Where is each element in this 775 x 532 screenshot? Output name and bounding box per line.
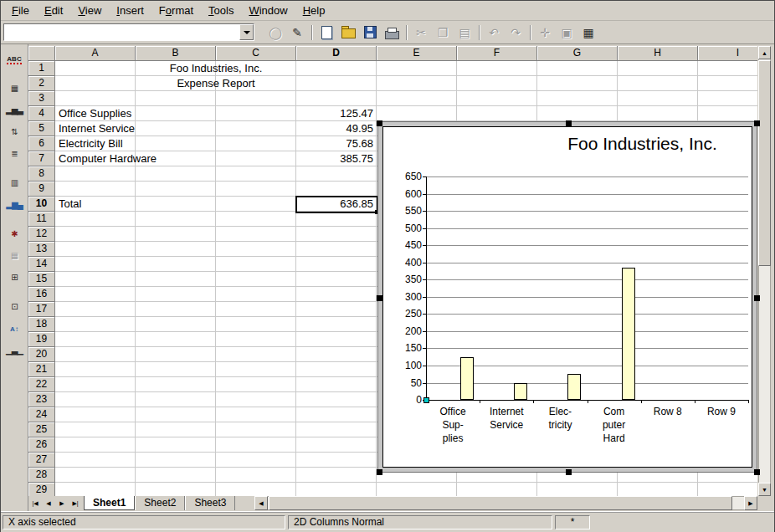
cell-D4[interactable]: 125.47 — [296, 106, 377, 121]
cell-A5[interactable]: Internet Service — [55, 121, 138, 136]
menu-view[interactable]: View — [70, 2, 109, 20]
chart-selection-handle[interactable] — [754, 469, 760, 475]
row-header-29[interactable]: 29 — [28, 483, 55, 496]
row-header-4[interactable]: 4 — [28, 106, 55, 121]
column-header-B[interactable]: B — [136, 46, 216, 61]
bar-2[interactable] — [514, 383, 527, 401]
row-header-8[interactable]: 8 — [28, 166, 55, 182]
horizontal-scroll-thumb[interactable] — [269, 496, 732, 510]
open-document-icon[interactable] — [338, 23, 358, 43]
sort-icon[interactable]: A↕ — [3, 319, 25, 339]
sheet-tab-sheet1[interactable]: Sheet1 — [84, 496, 135, 510]
chart-selection-handle[interactable] — [566, 120, 572, 126]
edit-file-icon[interactable]: ✎ — [287, 23, 307, 43]
row-header-21[interactable]: 21 — [28, 362, 55, 377]
chart-selection-handle[interactable] — [377, 469, 382, 475]
bar-1[interactable] — [460, 357, 474, 401]
form-controls-icon[interactable]: ▦ — [3, 246, 25, 266]
sheet-tab-sheet3[interactable]: Sheet3 — [185, 496, 235, 510]
cell-A10[interactable]: Total — [55, 197, 85, 212]
insert-lines-icon[interactable]: ≣ — [3, 144, 25, 164]
next-sheet-button[interactable]: ▶ — [55, 496, 69, 510]
menu-format[interactable]: Format — [151, 2, 201, 20]
insert-cells-icon[interactable]: ⊞ — [3, 268, 25, 288]
column-header-A[interactable]: A — [55, 46, 136, 61]
cut-icon[interactable]: ✂ — [411, 23, 431, 43]
scroll-up-button[interactable]: ▲ — [758, 46, 771, 59]
new-document-icon[interactable] — [316, 23, 336, 43]
cell-A6[interactable]: Electricity Bill — [55, 136, 126, 151]
chart-data-icon[interactable]: ▁▃▁ — [3, 340, 25, 361]
row-header-26[interactable]: 26 — [28, 437, 55, 453]
row-header-10[interactable]: 10 — [28, 197, 55, 212]
cell-A7[interactable]: Computer Hardware — [55, 151, 160, 166]
last-sheet-button[interactable]: ▶| — [69, 496, 82, 510]
sheet-tab-sheet2[interactable]: Sheet2 — [135, 496, 185, 510]
column-header-I[interactable]: I — [698, 46, 757, 61]
navigator-icon[interactable]: ✛ — [535, 23, 555, 43]
cell-B2[interactable]: Expense Report — [136, 76, 296, 91]
row-header-1[interactable]: 1 — [28, 61, 55, 76]
combo-dropdown-button[interactable] — [239, 24, 254, 40]
row-header-2[interactable]: 2 — [28, 76, 55, 91]
row-header-24[interactable]: 24 — [28, 407, 55, 422]
save-document-icon[interactable] — [360, 23, 380, 43]
menu-insert[interactable]: Insert — [109, 2, 151, 20]
chart-selection-handle[interactable] — [754, 120, 760, 126]
url-combobox[interactable] — [3, 23, 254, 41]
first-sheet-button[interactable]: |◀ — [28, 496, 42, 510]
row-header-23[interactable]: 23 — [28, 392, 55, 407]
row-header-3[interactable]: 3 — [28, 91, 55, 106]
x-axis-selection-handle[interactable] — [423, 397, 429, 403]
bar-4[interactable] — [622, 268, 635, 401]
row-header-6[interactable]: 6 — [28, 136, 55, 151]
scroll-down-button[interactable]: ▼ — [758, 483, 771, 496]
row-header-17[interactable]: 17 — [28, 302, 55, 317]
row-header-19[interactable]: 19 — [28, 332, 55, 347]
chart-selection-handle[interactable] — [377, 120, 382, 126]
column-header-C[interactable]: C — [216, 46, 296, 61]
table-borders-icon[interactable]: ⊡ — [3, 297, 25, 317]
chart-area[interactable]: Foo Industries, Inc. 6506005505004504003… — [382, 126, 752, 468]
menu-file[interactable]: File — [4, 2, 37, 20]
select-all-corner[interactable] — [28, 46, 55, 61]
row-header-25[interactable]: 25 — [28, 422, 55, 437]
row-header-22[interactable]: 22 — [28, 377, 55, 392]
column-header-H[interactable]: H — [618, 46, 698, 61]
cell-B1[interactable]: Foo Industries, Inc. — [136, 61, 296, 76]
column-header-G[interactable]: G — [537, 46, 618, 61]
stop-icon[interactable]: ◯ — [265, 23, 285, 43]
insert-table-icon[interactable]: ▦ — [3, 79, 25, 99]
insert-fields-icon[interactable]: ⇅ — [3, 122, 25, 142]
row-header-20[interactable]: 20 — [28, 347, 55, 362]
scroll-left-button[interactable]: ◀ — [254, 496, 268, 510]
row-header-14[interactable]: 14 — [28, 257, 55, 272]
menu-help[interactable]: Help — [295, 2, 333, 20]
undo-icon[interactable]: ↶ — [484, 23, 504, 43]
vertical-scrollbar[interactable]: ▲ ▼ — [758, 46, 771, 496]
cell-D7[interactable]: 385.75 — [296, 151, 377, 166]
redo-icon[interactable]: ↷ — [506, 23, 526, 43]
menu-edit[interactable]: Edit — [37, 2, 70, 20]
prev-sheet-button[interactable]: ◀ — [42, 496, 55, 510]
print-icon[interactable] — [382, 23, 402, 43]
spellcheck-icon[interactable]: ABC — [3, 49, 25, 69]
menu-window[interactable]: Window — [241, 2, 295, 20]
bar-3[interactable] — [567, 374, 581, 400]
insert-columns-icon[interactable]: ▥ — [3, 173, 25, 193]
gallery-icon[interactable]: ▦ — [578, 23, 598, 43]
draw-functions-icon[interactable]: ✱ — [3, 224, 25, 244]
row-header-13[interactable]: 13 — [28, 242, 55, 257]
cell-D6[interactable]: 75.68 — [296, 136, 377, 151]
copy-icon[interactable]: ❐ — [433, 23, 453, 43]
chart-selection-handle[interactable] — [566, 469, 572, 475]
column-header-F[interactable]: F — [457, 46, 537, 61]
paste-icon[interactable]: ▤ — [454, 23, 475, 43]
row-header-27[interactable]: 27 — [28, 453, 55, 468]
column-header-D[interactable]: D — [296, 46, 377, 61]
cell-D5[interactable]: 49.95 — [296, 121, 377, 136]
row-header-9[interactable]: 9 — [28, 182, 55, 197]
scroll-right-button[interactable]: ▶ — [744, 496, 757, 510]
chart-title[interactable]: Foo Industries, Inc. — [538, 134, 747, 154]
insert-chart-icon[interactable]: ▂▅▃ — [3, 100, 25, 120]
